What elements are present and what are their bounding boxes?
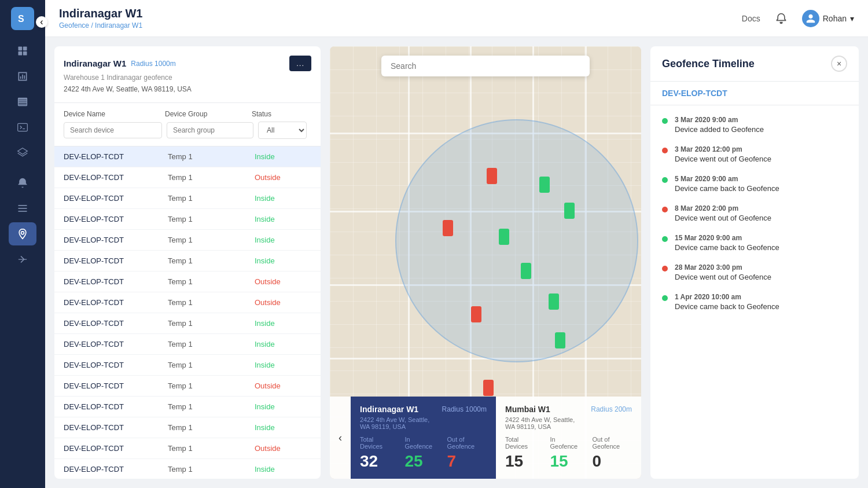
more-options-button[interactable]: ... [289, 56, 311, 71]
device-status-cell: Inside [255, 152, 275, 161]
sidebar-item-table[interactable] [9, 90, 36, 113]
device-group-cell: Temp 1 [168, 277, 255, 286]
geofence-card-mumbai[interactable]: Mumbai W1 Radius 200m 2422 4th Ave W, Se… [496, 397, 641, 479]
table-row[interactable]: DEV-ELOP-TCDT Temp 1 Inside [54, 355, 321, 376]
device-group-label: Device Group [165, 110, 252, 118]
sidebar-item-notifications[interactable] [9, 171, 36, 195]
table-row[interactable]: DEV-ELOP-TCDT Temp 1 Inside [54, 230, 321, 251]
filters: Device Name Device Group Status All Insi… [54, 103, 321, 146]
device-marker[interactable] [555, 332, 565, 348]
svg-text:S: S [18, 14, 24, 24]
table-row[interactable]: DEV-ELOP-TCDT Temp 1 Outside [54, 271, 321, 292]
svg-point-15 [21, 232, 24, 234]
table-row[interactable]: DEV-ELOP-TCDT Temp 1 Inside [54, 459, 321, 479]
device-status-cell: Outside [255, 277, 281, 286]
table-row[interactable]: DEV-ELOP-TCDT Temp 1 Inside [54, 313, 321, 334]
device-marker[interactable] [443, 220, 453, 236]
table-row[interactable]: DEV-ELOP-TCDT Temp 1 Outside [54, 376, 321, 397]
timeline-panel: Geofence Timeline × DEV-ELOP-TCDT 3 Mar … [650, 46, 859, 479]
timeline-device-id[interactable]: DEV-ELOP-TCDT [650, 82, 859, 105]
device-name-cell: DEV-ELOP-TCDT [64, 423, 168, 432]
device-marker[interactable] [539, 177, 550, 193]
user-menu[interactable]: Rohan ▾ [802, 10, 854, 27]
timeline-event: 1 Apr 2020 10:00 am Device came back to … [650, 287, 859, 317]
device-status-cell: Inside [255, 194, 275, 203]
table-row[interactable]: DEV-ELOP-TCDT Temp 1 Outside [54, 292, 321, 313]
event-description: Device came back to Geofence [675, 184, 779, 193]
breadcrumb-separator: / [91, 21, 93, 30]
map-search-input[interactable] [381, 56, 590, 76]
table-row[interactable]: DEV-ELOP-TCDT Temp 1 Outside [54, 167, 321, 188]
status-select[interactable]: All Inside Outside [258, 122, 307, 139]
event-dot [662, 295, 668, 301]
event-content: 3 Mar 2020 9:00 am Device added to Geofe… [675, 116, 764, 134]
status-label: Status [252, 110, 271, 118]
svg-marker-11 [18, 148, 28, 155]
device-marker[interactable] [487, 168, 497, 184]
sidebar-logo[interactable]: S [11, 7, 34, 30]
map-area[interactable]: ‹ Indiranagar W1 Radius 1000m 2422 4th A… [330, 46, 641, 479]
device-group-cell: Temp 1 [168, 465, 255, 474]
table-row[interactable]: DEV-ELOP-TCDT Temp 1 Inside [54, 334, 321, 355]
sidebar-item-dashboard[interactable] [9, 39, 36, 63]
device-group-cell: Temp 1 [168, 319, 255, 328]
device-marker[interactable] [483, 380, 494, 396]
event-content: 3 Mar 2020 12:00 pm Device went out of G… [675, 145, 771, 163]
sidebar-item-layers[interactable] [9, 141, 36, 164]
timeline-event: 3 Mar 2020 9:00 am Device added to Geofe… [650, 110, 859, 140]
panel-title-group: Indiranagar W1 Radius 1000m [64, 58, 176, 68]
docs-button[interactable]: Docs [742, 14, 760, 23]
geofence-cards: ‹ Indiranagar W1 Radius 1000m 2422 4th A… [330, 397, 641, 479]
device-name-cell: DEV-ELOP-TCDT [64, 298, 168, 307]
nav-arrow-left[interactable]: ‹ [330, 397, 351, 479]
device-status-cell: Inside [255, 319, 275, 328]
device-status-cell: Inside [255, 423, 275, 432]
device-name-cell: DEV-ELOP-TCDT [64, 340, 168, 348]
timeline-event: 5 Mar 2020 9:00 am Device came back to G… [650, 169, 859, 199]
table-row[interactable]: DEV-ELOP-TCDT Temp 1 Inside [54, 146, 321, 167]
event-description: Device went out of Geofence [675, 214, 771, 222]
device-group-cell: Temp 1 [168, 402, 255, 411]
table-row[interactable]: DEV-ELOP-TCDT Temp 1 Inside [54, 209, 321, 230]
event-description: Device went out of Geofence [675, 155, 771, 163]
sidebar-item-terminal[interactable] [9, 116, 36, 139]
device-status-cell: Inside [255, 340, 275, 348]
table-row[interactable]: DEV-ELOP-TCDT Temp 1 Inside [54, 397, 321, 417]
device-marker[interactable] [521, 263, 531, 279]
device-marker[interactable] [564, 203, 575, 219]
table-row[interactable]: DEV-ELOP-TCDT Temp 1 Inside [54, 417, 321, 438]
avatar [802, 10, 819, 27]
sidebar-item-geofence[interactable] [9, 222, 36, 245]
notifications-header-icon[interactable] [772, 9, 790, 28]
sidebar: S ‹ [0, 0, 45, 488]
timeline-close-button[interactable]: × [831, 56, 847, 72]
user-name: Rohan [823, 14, 847, 23]
device-marker[interactable] [471, 306, 481, 322]
sidebar-item-list[interactable] [9, 197, 36, 220]
geofence-card-indiranagar[interactable]: Indiranagar W1 Radius 1000m 2422 4th Ave… [351, 397, 496, 479]
device-name-cell: DEV-ELOP-TCDT [64, 277, 168, 286]
table-row[interactable]: DEV-ELOP-TCDT Temp 1 Outside [54, 438, 321, 459]
svg-rect-2 [23, 47, 27, 51]
device-marker[interactable] [499, 229, 509, 245]
device-marker[interactable] [549, 293, 559, 310]
table-row[interactable]: DEV-ELOP-TCDT Temp 1 Inside [54, 188, 321, 209]
event-time: 28 Mar 2020 3:00 pm [675, 263, 771, 271]
device-search-input[interactable] [64, 122, 162, 138]
timeline-title: Geofence Timeline [662, 58, 755, 70]
collapse-btn[interactable]: ‹ [36, 16, 47, 28]
table-row[interactable]: DEV-ELOP-TCDT Temp 1 Inside [54, 251, 321, 271]
group-search-input[interactable] [167, 122, 253, 138]
event-time: 5 Mar 2020 9:00 am [675, 175, 779, 183]
sidebar-item-reports[interactable] [9, 65, 36, 88]
device-name-cell: DEV-ELOP-TCDT [64, 361, 168, 369]
timeline-events: 3 Mar 2020 9:00 am Device added to Geofe… [650, 105, 859, 479]
device-status-cell: Outside [255, 173, 281, 182]
device-status-cell: Inside [255, 256, 275, 265]
panel-subtitle: Warehouse 1 Indiranagar geofence [64, 74, 311, 82]
sidebar-item-routes[interactable] [9, 248, 36, 271]
breadcrumb-link[interactable]: Geofence [59, 21, 89, 30]
radius-badge: Radius 1000m [131, 60, 175, 68]
event-time: 1 Apr 2020 10:00 am [675, 293, 779, 301]
svg-rect-1 [19, 47, 23, 51]
